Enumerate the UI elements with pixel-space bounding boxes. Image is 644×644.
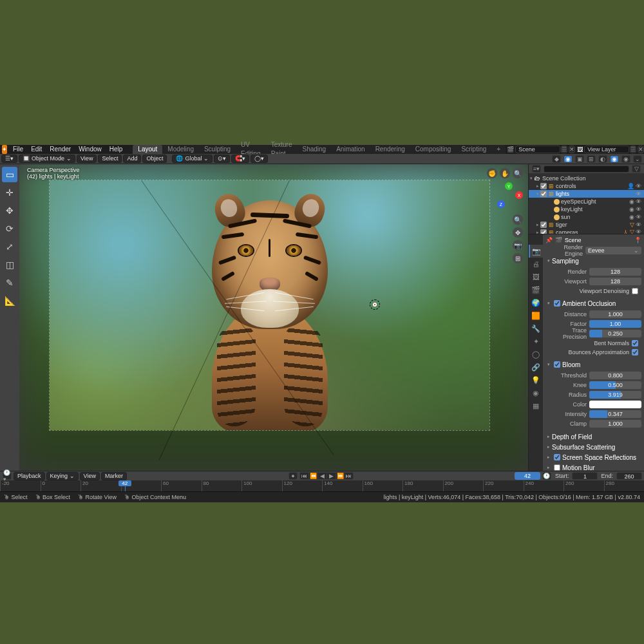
bloom-clamp-input[interactable]: 1.000 [589, 420, 641, 428]
select-tool[interactable]: ▭ [2, 167, 17, 182]
outliner-search-input[interactable] [544, 166, 629, 173]
particle-tab-icon[interactable]: ✦ [529, 335, 543, 348]
mode-select[interactable]: 🔲 Object Mode ⌄ [19, 155, 75, 163]
data-tab-icon[interactable]: 💡 [529, 374, 543, 386]
shading-options-icon[interactable]: ⌄ [633, 155, 642, 163]
shading-matprev-icon[interactable]: ◉ [610, 155, 619, 163]
outliner-root[interactable]: ▾ 🗁 Scene Collection [529, 175, 644, 182]
orientation-select[interactable]: 🌐 Global ⌄ [172, 155, 213, 163]
tab-modeling[interactable]: Modeling [162, 145, 199, 154]
outliner-item[interactable]: ▸⊞controls👤 👁 [529, 182, 644, 190]
scene-new-icon[interactable]: ✕ [569, 146, 575, 153]
gizmo-visibility-icon[interactable]: ◆ [552, 155, 561, 163]
move-gizmo-icon[interactable]: ✥ [513, 227, 523, 238]
sampling-panel[interactable]: ▾Sampling [545, 256, 641, 266]
orbit-icon[interactable]: ✊ [487, 168, 497, 178]
visibility-icon[interactable]: 👁 [636, 222, 641, 228]
panel-screen-space-reflections[interactable]: ▸Screen Space Reflections [545, 452, 641, 462]
bloom-threshold-input[interactable]: 0.800 [589, 372, 641, 379]
viewlayer-tab-icon[interactable]: 🖼 [529, 270, 543, 283]
bloom-checkbox[interactable] [554, 361, 560, 368]
panel-subsurface-scattering[interactable]: ▸Subsurface Scattering [545, 442, 641, 452]
xray-icon[interactable]: ▣ [575, 155, 584, 163]
timeline-menu-view[interactable]: View [80, 472, 100, 480]
jump-prev-icon[interactable]: ⏪ [308, 472, 317, 480]
ao-checkbox[interactable] [554, 300, 560, 307]
outliner-item[interactable]: sun◉ 👁 [529, 213, 644, 221]
editor-type-icon[interactable]: ☰▾ [1, 155, 17, 163]
filter-icon[interactable]: ▽ [632, 165, 641, 173]
render-tab-icon[interactable]: 📷 [529, 245, 543, 258]
cursor-tool[interactable]: ✛ [2, 185, 17, 200]
menu-edit[interactable]: Edit [27, 146, 46, 153]
tab-layout[interactable]: Layout [133, 145, 162, 154]
overlays-icon[interactable]: ◉ [564, 155, 573, 163]
transform-tool[interactable]: ◫ [2, 257, 17, 272]
jump-next-icon[interactable]: ⏩ [336, 472, 345, 480]
bloom-color-input[interactable] [589, 401, 641, 408]
tab-compositing[interactable]: Compositing [410, 145, 457, 154]
proportional-icon[interactable]: ◯▾ [251, 155, 268, 163]
outliner[interactable]: ▾ 🗁 Scene Collection ▸⊞controls👤 👁▾⊞ligh… [529, 173, 644, 234]
bloom-panel[interactable]: ▾Bloom [545, 359, 641, 370]
autokey-icon[interactable]: ● [289, 472, 298, 480]
viewlayer-del-icon[interactable]: ✕ [638, 146, 644, 153]
visibility-icon[interactable]: 👁 [636, 206, 641, 213]
render-engine-select[interactable]: Eevee [585, 247, 641, 254]
visibility-icon[interactable]: 👁 [636, 229, 641, 235]
shading-wire-icon[interactable]: ⊞ [587, 155, 596, 163]
zoom-icon[interactable]: 🔍 [513, 168, 523, 178]
axis-gizmo[interactable]: YXZ [495, 182, 523, 211]
viewport-menu-view[interactable]: View [77, 155, 97, 163]
start-frame-input[interactable]: 1 [572, 472, 598, 480]
tab-shading[interactable]: Shading [297, 145, 331, 154]
zoom-gizmo-icon[interactable]: 🔍 [513, 214, 523, 225]
world-tab-icon[interactable]: 🌍 [529, 296, 543, 309]
bounces-checkbox[interactable] [632, 349, 638, 355]
tab-sculpting[interactable]: Sculpting [199, 145, 236, 154]
pivot-icon[interactable]: ⊙▾ [214, 155, 230, 163]
pin-icon[interactable]: 📍 [634, 237, 641, 243]
pin-icon[interactable]: 📌 [545, 237, 553, 243]
outliner-item[interactable]: ▸⊞tiger▽ 👁 [529, 221, 644, 229]
menu-file[interactable]: File [9, 146, 27, 153]
outliner-item[interactable]: ▾⊞lights 👁 [529, 190, 644, 198]
range-lock-icon[interactable]: 🕐 [542, 472, 551, 480]
shading-solid-icon[interactable]: ◐ [598, 155, 607, 163]
measure-tool[interactable]: 📐 [2, 293, 17, 308]
snap-icon[interactable]: 🧲▾ [231, 155, 249, 163]
viewport-denoise-checkbox[interactable] [632, 288, 638, 294]
visibility-icon[interactable]: 👁 [636, 214, 641, 220]
visibility-icon[interactable]: 👁 [636, 198, 641, 205]
tab-animation[interactable]: Animation [331, 145, 370, 154]
viewlayer-input[interactable] [584, 146, 629, 153]
menu-help[interactable]: Help [106, 146, 127, 153]
panel-depth-of-field[interactable]: ▸Depth of Field [545, 431, 641, 442]
bloom-radius-slider[interactable]: 3.919 [589, 391, 641, 399]
jump-end-icon[interactable]: ⏭ [345, 472, 354, 480]
material-tab-icon[interactable]: ◉ [529, 386, 543, 399]
ao-distance-input[interactable]: 1.000 [589, 310, 641, 318]
timeline-menu-marker[interactable]: Marker [101, 472, 127, 480]
outliner-item[interactable]: keyLight◉ 👁 [529, 205, 644, 213]
scene-name-input[interactable] [515, 146, 560, 153]
viewport-samples-input[interactable]: 128 [589, 278, 641, 285]
outliner-type-icon[interactable]: ≡▾ [532, 165, 541, 173]
timeline-type-icon[interactable]: 🕐▾ [3, 472, 12, 480]
constraint-tab-icon[interactable]: 🔗 [529, 361, 543, 374]
menu-window[interactable]: Window [75, 146, 106, 153]
play-rev-icon[interactable]: ◀ [317, 472, 327, 480]
jump-start-icon[interactable]: ⏮ [299, 472, 308, 480]
object-tab-icon[interactable]: 🟧 [529, 309, 543, 322]
timeline-menu-playback[interactable]: Playback [14, 472, 45, 480]
annotate-tool[interactable]: ✎ [2, 275, 17, 290]
ao-trace-slider[interactable]: 0.250 [589, 330, 641, 337]
timeline-ruler[interactable]: -200204060801001201401601802002202402602… [0, 480, 644, 491]
outliner-item[interactable]: ▸⊞cameras人▽ 👁 [529, 229, 644, 234]
end-frame-input[interactable]: 260 [616, 472, 642, 480]
current-frame-input[interactable]: 42 [515, 472, 540, 480]
output-tab-icon[interactable]: 🖨 [529, 258, 543, 270]
add-workspace-icon[interactable]: + [491, 145, 506, 154]
3d-viewport[interactable]: Camera Perspective (42) lights | keyLigh… [19, 164, 528, 471]
ortho-gizmo-icon[interactable]: ⊞ [513, 253, 523, 263]
